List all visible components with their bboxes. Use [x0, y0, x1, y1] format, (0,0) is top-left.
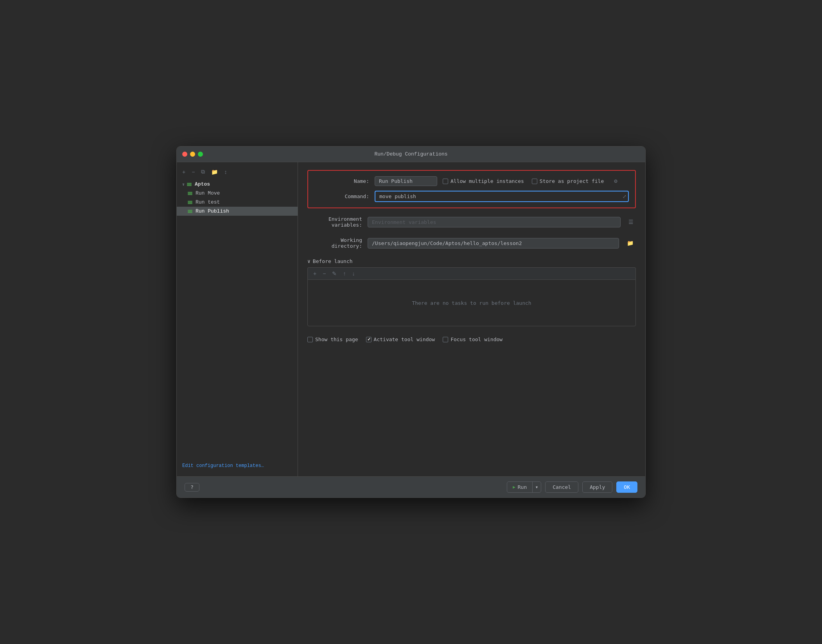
sidebar-item-label: Run Move [196, 190, 220, 196]
dialog-body: + − ⧉ 📁 ↕ ∨ Aptos [177, 162, 645, 476]
before-launch-toolbar: + − ✎ ↑ ↓ [307, 267, 636, 279]
minimize-button[interactable] [190, 152, 195, 157]
run-button[interactable]: ▶ Run [507, 482, 533, 492]
bl-edit-button[interactable]: ✎ [330, 270, 338, 277]
run-debug-dialog: Run/Debug Configurations + − ⧉ 📁 ↕ ∨ Apt… [176, 146, 646, 498]
activate-window-checkbox[interactable] [366, 337, 372, 342]
close-button[interactable] [182, 152, 187, 157]
activate-window-text: Activate tool window [374, 336, 435, 342]
stack-icon [187, 183, 192, 186]
sidebar-parent-label: Aptos [195, 181, 210, 187]
help-button[interactable]: ? [185, 483, 199, 492]
dialog-title: Run/Debug Configurations [374, 151, 447, 157]
working-dir-input[interactable] [368, 238, 619, 249]
store-project-label[interactable]: Store as project file [532, 178, 604, 184]
sidebar: + − ⧉ 📁 ↕ ∨ Aptos [177, 162, 298, 476]
before-launch-chevron: ∨ [307, 258, 310, 264]
sidebar-item-run-test[interactable]: Run test [177, 198, 298, 207]
activate-window-label[interactable]: Activate tool window [366, 336, 435, 342]
before-launch-label: Before launch [313, 258, 353, 264]
env-input[interactable] [368, 217, 621, 227]
sidebar-item-label: Run Publish [196, 208, 229, 214]
command-label: Command: [314, 193, 369, 199]
store-project-checkbox[interactable] [532, 179, 537, 184]
sidebar-footer: Edit configuration templates… [177, 458, 298, 473]
focus-window-label[interactable]: Focus tool window [443, 336, 503, 342]
expand-button[interactable]: ⤢ [623, 194, 626, 199]
command-input[interactable] [375, 191, 629, 202]
command-row: Command: ⤢ [314, 191, 629, 202]
remove-config-button[interactable]: − [190, 168, 196, 176]
allow-multiple-checkbox[interactable] [443, 179, 448, 184]
main-content: Name: Allow multiple instances Store as … [298, 162, 645, 476]
apply-button[interactable]: Apply [582, 481, 612, 493]
edit-templates-link[interactable]: Edit configuration templates… [182, 463, 264, 469]
sidebar-item-run-publish[interactable]: Run Publish [177, 207, 298, 216]
sort-config-button[interactable]: ↕ [223, 168, 228, 176]
bl-add-button[interactable]: + [312, 270, 318, 277]
bl-down-button[interactable]: ↓ [350, 270, 356, 277]
bl-remove-button[interactable]: − [321, 270, 327, 277]
settings-gear-icon[interactable]: ⚙ [614, 178, 617, 184]
focus-window-checkbox[interactable] [443, 337, 448, 342]
add-config-button[interactable]: + [181, 168, 187, 176]
title-bar: Run/Debug Configurations [177, 147, 645, 162]
sidebar-item-aptos[interactable]: ∨ Aptos [177, 180, 298, 189]
before-launch-section: ∨ Before launch + − ✎ ↑ ↓ There are no t… [307, 258, 636, 326]
before-launch-body: There are no tasks to run before launch [307, 279, 636, 326]
run-arrow-icon: ▶ [513, 485, 515, 490]
name-row: Name: Allow multiple instances Store as … [314, 176, 629, 186]
bl-up-button[interactable]: ↑ [341, 270, 347, 277]
show-page-text: Show this page [315, 336, 358, 342]
working-dir-row: Working directory: 📁 [307, 236, 636, 250]
run-test-icon [188, 201, 192, 204]
env-row: Environment variables: ☰ [307, 215, 636, 229]
run-move-icon [188, 192, 192, 195]
dialog-footer: ? ▶ Run ▾ Cancel Apply OK [177, 476, 645, 497]
sidebar-item-label: Run test [196, 199, 220, 205]
ok-button[interactable]: OK [616, 481, 637, 493]
working-dir-label: Working directory: [307, 237, 362, 249]
run-dropdown-button[interactable]: ▾ [533, 483, 541, 492]
cancel-button[interactable]: Cancel [545, 481, 578, 493]
focus-window-text: Focus tool window [450, 336, 503, 342]
checkbox-group: Allow multiple instances Store as projec… [443, 178, 617, 184]
before-launch-header: ∨ Before launch [307, 258, 636, 264]
no-tasks-text: There are no tasks to run before launch [412, 300, 531, 306]
run-label: Run [518, 484, 527, 490]
sidebar-item-run-move[interactable]: Run Move [177, 189, 298, 198]
copy-config-button[interactable]: ⧉ [199, 168, 206, 176]
run-publish-icon [188, 210, 192, 213]
name-input[interactable] [375, 176, 437, 186]
config-section: Name: Allow multiple instances Store as … [307, 170, 636, 208]
show-page-label[interactable]: Show this page [307, 336, 358, 342]
command-input-wrapper: ⤢ [375, 191, 629, 202]
dir-browse-button[interactable]: 📁 [625, 238, 636, 248]
store-project-text: Store as project file [540, 178, 604, 184]
maximize-button[interactable] [198, 152, 203, 157]
folder-config-button[interactable]: 📁 [210, 168, 219, 176]
run-dropdown: ▶ Run ▾ [507, 481, 541, 493]
env-browse-button[interactable]: ☰ [626, 217, 636, 227]
chevron-icon: ∨ [182, 182, 185, 187]
allow-multiple-text: Allow multiple instances [450, 178, 524, 184]
sidebar-toolbar: + − ⧉ 📁 ↕ [177, 165, 298, 180]
name-label: Name: [314, 178, 369, 184]
bottom-options: Show this page Activate tool window Focu… [307, 333, 636, 346]
window-controls [182, 152, 203, 157]
env-label: Environment variables: [307, 216, 362, 228]
show-page-checkbox[interactable] [307, 337, 313, 342]
allow-multiple-label[interactable]: Allow multiple instances [443, 178, 524, 184]
